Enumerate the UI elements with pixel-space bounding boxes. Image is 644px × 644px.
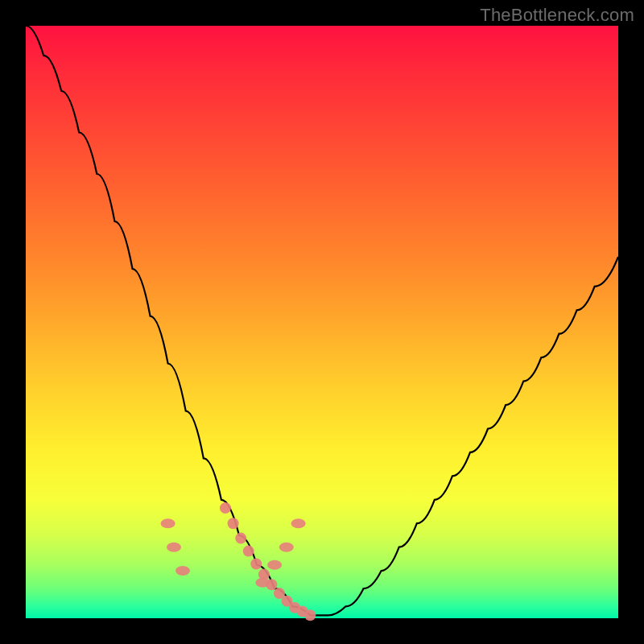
highlight-dot [250,559,262,570]
highlight-blob [175,566,190,576]
highlight-dot [304,609,316,621]
watermark-text: TheBottleneck.com [480,5,634,26]
highlight-blob [167,543,181,552]
highlight-dot [220,502,231,514]
plot-area [26,26,618,618]
highlight-blob [291,518,306,528]
highlight-dots [161,502,316,621]
highlight-dot [228,518,239,529]
highlight-blob [161,518,175,528]
outer-frame: TheBottleneck.com [0,0,644,644]
main-curve [26,26,618,615]
highlight-blob [267,560,282,570]
bottleneck-curve-path [26,26,618,615]
curve-svg [26,26,618,618]
highlight-blob [255,578,270,588]
highlight-dot [235,533,246,544]
highlight-blob [279,543,294,552]
highlight-dot [243,546,254,557]
